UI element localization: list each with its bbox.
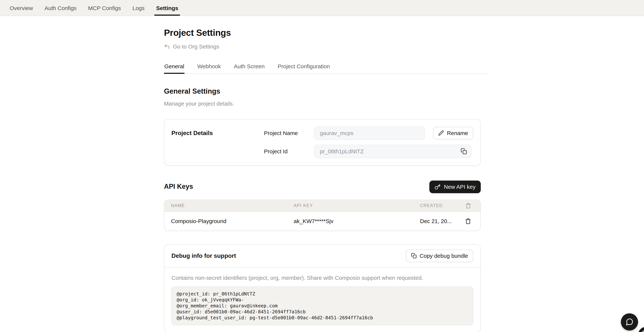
project-details-left: Project Details [172,126,264,158]
debug-code-block: @project_id: pr_06th1pLdNtTZ @org_id: ok… [172,286,473,325]
top-navigation: Overview Auth Configs MCP Configs Logs S… [0,0,644,16]
trash-icon [465,218,471,224]
debug-line-project-id: @project_id: pr_06th1pLdNtTZ [177,291,468,297]
settings-tab-bar: General Webhook Auth Screen Project Conf… [164,62,489,74]
nav-item-auth-configs[interactable]: Auth Configs [44,0,77,16]
debug-line-org-id: @org_id: ok_jVveqqkYFWa- [177,297,468,303]
debug-card-title: Debug info for support [172,252,236,259]
project-id-label: Project Id [264,148,314,154]
page-title: Project Settings [164,28,481,38]
general-settings-subtitle: Manage your project details. [164,100,481,107]
api-keys-header: API Keys New API key [164,180,481,193]
debug-info-card: Debug info for support Copy debug bundle… [164,244,481,332]
debug-line-user-id: @user_id: d5e001b0-09ac-46d2-8451-2694ff… [177,309,468,315]
nav-item-mcp-configs[interactable]: MCP Configs [88,0,121,16]
copy-project-id-button[interactable] [460,148,467,155]
copy-icon [461,148,467,154]
chat-bubble-icon [625,318,634,326]
project-id-field-wrap [314,145,472,158]
nav-item-settings[interactable]: Settings [156,0,178,16]
corner-widget-partial[interactable] [638,327,644,332]
column-api-key: API KEY [294,203,420,208]
api-keys-table-header: NAME API KEY CREATED [164,200,480,212]
api-key-created-cell: Dec 21, 20... [420,218,462,224]
project-name-label: Project Name [264,130,314,136]
go-to-org-settings-label: Go to Org Settings [173,43,219,50]
column-name: NAME [171,203,294,208]
debug-line-org-member-email: @org_member_email: gaurav@inkeep.com [177,303,468,309]
project-name-row: Project Name Rename [264,126,473,140]
rename-button[interactable]: Rename [433,127,473,139]
rename-button-label: Rename [447,130,468,136]
nav-item-logs[interactable]: Logs [132,0,145,16]
new-api-key-label: New API key [444,184,476,190]
tab-auth-screen[interactable]: Auth Screen [234,62,265,73]
main-content: Project Settings Go to Org Settings Gene… [164,16,481,332]
project-id-row: Project Id [264,145,473,158]
tab-project-configuration[interactable]: Project Configuration [277,62,330,73]
project-name-input[interactable] [314,126,425,140]
project-details-card: Project Details Project Name Rename [164,119,481,165]
api-key-value-cell: ak_KW7*****Sjv [294,218,420,224]
pencil-icon [438,130,444,136]
api-key-name-cell: Composio-Playground [171,218,294,224]
debug-line-playground-test-user-id: @playground_test_user_id: pg-test-d5e001… [177,315,468,321]
api-keys-table: NAME API KEY CREATED Composio-Playground… [164,199,481,231]
copy-debug-bundle-button[interactable]: Copy debug bundle [406,249,473,262]
debug-card-body: Contains non-secret identifiers (project… [164,267,480,332]
corner-up-left-icon [164,44,170,50]
tab-webhook[interactable]: Webhook [197,62,221,73]
key-icon [434,184,440,190]
project-id-input[interactable] [314,145,472,158]
project-settings-page: Overview Auth Configs MCP Configs Logs S… [0,0,644,332]
project-details-title: Project Details [172,126,264,136]
header-trash-icon [462,203,474,208]
column-created: CREATED [420,203,462,208]
project-details-fields: Project Name Rename Project Id [264,126,473,158]
copy-debug-bundle-label: Copy debug bundle [420,252,468,259]
go-to-org-settings-link[interactable]: Go to Org Settings [164,43,219,50]
new-api-key-button[interactable]: New API key [429,180,481,193]
copy-icon [411,253,417,258]
tab-general[interactable]: General [164,62,185,73]
general-settings-heading: General Settings [164,87,481,95]
api-keys-heading: API Keys [164,183,193,191]
api-key-table-row: Composio-Playground ak_KW7*****Sjv Dec 2… [164,212,480,230]
delete-api-key-button[interactable] [462,218,474,224]
debug-description: Contains non-secret identifiers (project… [172,274,473,281]
nav-item-overview[interactable]: Overview [9,0,33,16]
debug-card-header: Debug info for support Copy debug bundle [164,244,480,267]
chat-widget-button[interactable] [621,313,638,330]
